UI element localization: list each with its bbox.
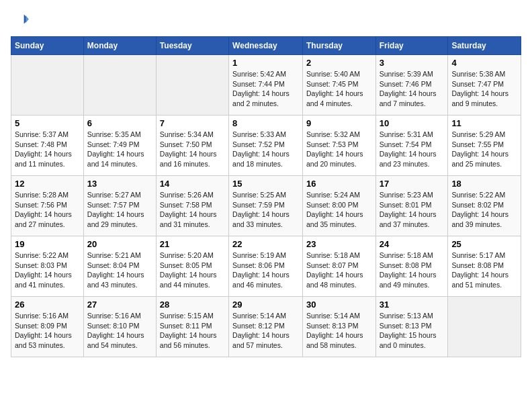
calendar-cell: 22Sunrise: 5:19 AMSunset: 8:06 PMDayligh… [229, 236, 303, 297]
calendar-cell: 21Sunrise: 5:20 AMSunset: 8:05 PMDayligh… [156, 236, 228, 297]
day-detail: Sunrise: 5:21 AMSunset: 8:04 PMDaylight:… [87, 250, 152, 290]
day-number: 12 [15, 179, 80, 189]
calendar-cell: 2Sunrise: 5:40 AMSunset: 7:45 PMDaylight… [302, 55, 375, 116]
day-number: 18 [451, 179, 517, 189]
day-detail: Sunrise: 5:27 AMSunset: 7:57 PMDaylight:… [87, 190, 152, 230]
calendar-cell: 5Sunrise: 5:37 AMSunset: 7:48 PMDaylight… [11, 116, 84, 176]
calendar-cell: 6Sunrise: 5:35 AMSunset: 7:49 PMDaylight… [83, 116, 156, 176]
weekday-header: Friday [375, 37, 448, 55]
day-detail: Sunrise: 5:38 AMSunset: 7:47 PMDaylight:… [451, 69, 517, 109]
calendar-cell [11, 55, 84, 116]
calendar-cell: 26Sunrise: 5:16 AMSunset: 8:09 PMDayligh… [11, 297, 84, 357]
day-number: 6 [87, 118, 152, 128]
day-detail: Sunrise: 5:34 AMSunset: 7:50 PMDaylight:… [160, 130, 225, 169]
weekday-header: Saturday [448, 37, 521, 55]
calendar-week-row: 1Sunrise: 5:42 AMSunset: 7:44 PMDaylight… [11, 55, 521, 116]
calendar-cell [156, 55, 228, 116]
day-detail: Sunrise: 5:14 AMSunset: 8:12 PMDaylight:… [232, 311, 299, 351]
day-detail: Sunrise: 5:18 AMSunset: 8:08 PMDaylight:… [380, 250, 445, 290]
calendar-cell: 24Sunrise: 5:18 AMSunset: 8:08 PMDayligh… [375, 236, 448, 297]
day-number: 31 [380, 300, 445, 310]
page-header [11, 11, 521, 30]
day-number: 23 [306, 239, 372, 249]
day-detail: Sunrise: 5:39 AMSunset: 7:46 PMDaylight:… [380, 69, 445, 109]
day-detail: Sunrise: 5:16 AMSunset: 8:10 PMDaylight:… [87, 311, 152, 351]
calendar-cell: 31Sunrise: 5:13 AMSunset: 8:13 PMDayligh… [375, 297, 448, 357]
calendar-cell: 30Sunrise: 5:14 AMSunset: 8:13 PMDayligh… [302, 297, 375, 357]
day-detail: Sunrise: 5:35 AMSunset: 7:49 PMDaylight:… [87, 130, 152, 169]
day-number: 21 [160, 239, 225, 249]
calendar-cell: 14Sunrise: 5:26 AMSunset: 7:58 PMDayligh… [156, 176, 228, 236]
day-number: 25 [451, 239, 517, 249]
day-detail: Sunrise: 5:14 AMSunset: 8:13 PMDaylight:… [306, 311, 372, 351]
day-number: 1 [232, 58, 299, 68]
day-number: 2 [306, 58, 372, 68]
calendar-cell: 27Sunrise: 5:16 AMSunset: 8:10 PMDayligh… [83, 297, 156, 357]
day-number: 10 [380, 118, 445, 128]
weekday-header-row: SundayMondayTuesdayWednesdayThursdayFrid… [11, 37, 521, 55]
day-detail: Sunrise: 5:31 AMSunset: 7:54 PMDaylight:… [380, 130, 445, 169]
calendar-cell: 15Sunrise: 5:25 AMSunset: 7:59 PMDayligh… [229, 176, 303, 236]
day-detail: Sunrise: 5:37 AMSunset: 7:48 PMDaylight:… [15, 130, 80, 169]
day-detail: Sunrise: 5:18 AMSunset: 8:07 PMDaylight:… [306, 250, 372, 290]
calendar-cell: 11Sunrise: 5:29 AMSunset: 7:55 PMDayligh… [448, 116, 521, 176]
calendar-cell: 9Sunrise: 5:32 AMSunset: 7:53 PMDaylight… [302, 116, 375, 176]
calendar-week-row: 19Sunrise: 5:22 AMSunset: 8:03 PMDayligh… [11, 236, 521, 297]
weekday-header: Thursday [302, 37, 375, 55]
calendar-week-row: 26Sunrise: 5:16 AMSunset: 8:09 PMDayligh… [11, 297, 521, 357]
calendar-cell [83, 55, 156, 116]
day-number: 22 [232, 239, 299, 249]
weekday-header: Wednesday [229, 37, 303, 55]
calendar-cell: 18Sunrise: 5:22 AMSunset: 8:02 PMDayligh… [448, 176, 521, 236]
calendar-cell: 25Sunrise: 5:17 AMSunset: 8:08 PMDayligh… [448, 236, 521, 297]
calendar-week-row: 5Sunrise: 5:37 AMSunset: 7:48 PMDaylight… [11, 116, 521, 176]
day-detail: Sunrise: 5:22 AMSunset: 8:03 PMDaylight:… [15, 250, 80, 290]
day-detail: Sunrise: 5:19 AMSunset: 8:06 PMDaylight:… [232, 250, 299, 290]
calendar-cell: 8Sunrise: 5:33 AMSunset: 7:52 PMDaylight… [229, 116, 303, 176]
calendar-cell: 16Sunrise: 5:24 AMSunset: 8:00 PMDayligh… [302, 176, 375, 236]
day-number: 13 [87, 179, 152, 189]
day-number: 27 [87, 300, 152, 310]
calendar-cell: 1Sunrise: 5:42 AMSunset: 7:44 PMDaylight… [229, 55, 303, 116]
logo [11, 11, 32, 30]
day-number: 24 [380, 239, 445, 249]
day-detail: Sunrise: 5:23 AMSunset: 8:01 PMDaylight:… [380, 190, 445, 230]
calendar-cell: 10Sunrise: 5:31 AMSunset: 7:54 PMDayligh… [375, 116, 448, 176]
calendar-cell: 4Sunrise: 5:38 AMSunset: 7:47 PMDaylight… [448, 55, 521, 116]
day-number: 30 [306, 300, 372, 310]
calendar-cell: 23Sunrise: 5:18 AMSunset: 8:07 PMDayligh… [302, 236, 375, 297]
day-number: 15 [232, 179, 299, 189]
day-detail: Sunrise: 5:42 AMSunset: 7:44 PMDaylight:… [232, 69, 299, 109]
day-number: 8 [232, 118, 299, 128]
day-detail: Sunrise: 5:24 AMSunset: 8:00 PMDaylight:… [306, 190, 372, 230]
calendar-week-row: 12Sunrise: 5:28 AMSunset: 7:56 PMDayligh… [11, 176, 521, 236]
calendar-cell: 3Sunrise: 5:39 AMSunset: 7:46 PMDaylight… [375, 55, 448, 116]
day-detail: Sunrise: 5:33 AMSunset: 7:52 PMDaylight:… [232, 130, 299, 169]
calendar-cell: 12Sunrise: 5:28 AMSunset: 7:56 PMDayligh… [11, 176, 84, 236]
day-detail: Sunrise: 5:20 AMSunset: 8:05 PMDaylight:… [160, 250, 225, 290]
day-number: 20 [87, 239, 152, 249]
day-number: 7 [160, 118, 225, 128]
day-detail: Sunrise: 5:17 AMSunset: 8:08 PMDaylight:… [451, 250, 517, 290]
day-detail: Sunrise: 5:40 AMSunset: 7:45 PMDaylight:… [306, 69, 372, 109]
calendar-table: SundayMondayTuesdayWednesdayThursdayFrid… [11, 36, 521, 357]
day-detail: Sunrise: 5:22 AMSunset: 8:02 PMDaylight:… [451, 190, 517, 230]
day-number: 16 [306, 179, 372, 189]
day-number: 26 [15, 300, 80, 310]
day-detail: Sunrise: 5:29 AMSunset: 7:55 PMDaylight:… [451, 130, 517, 169]
day-number: 17 [380, 179, 445, 189]
day-number: 5 [15, 118, 80, 128]
calendar-cell: 29Sunrise: 5:14 AMSunset: 8:12 PMDayligh… [229, 297, 303, 357]
day-number: 29 [232, 300, 299, 310]
calendar-cell [448, 297, 521, 357]
day-detail: Sunrise: 5:25 AMSunset: 7:59 PMDaylight:… [232, 190, 299, 230]
weekday-header: Tuesday [156, 37, 228, 55]
day-detail: Sunrise: 5:32 AMSunset: 7:53 PMDaylight:… [306, 130, 372, 169]
calendar-cell: 13Sunrise: 5:27 AMSunset: 7:57 PMDayligh… [83, 176, 156, 236]
day-detail: Sunrise: 5:26 AMSunset: 7:58 PMDaylight:… [160, 190, 225, 230]
day-number: 4 [451, 58, 517, 68]
calendar-cell: 19Sunrise: 5:22 AMSunset: 8:03 PMDayligh… [11, 236, 84, 297]
calendar-cell: 17Sunrise: 5:23 AMSunset: 8:01 PMDayligh… [375, 176, 448, 236]
day-detail: Sunrise: 5:13 AMSunset: 8:13 PMDaylight:… [380, 311, 445, 351]
calendar-cell: 7Sunrise: 5:34 AMSunset: 7:50 PMDaylight… [156, 116, 228, 176]
